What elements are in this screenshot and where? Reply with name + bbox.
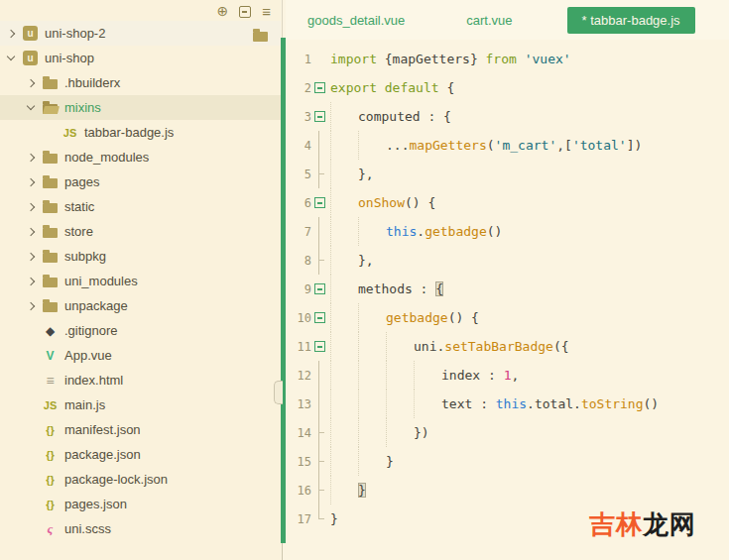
code-line: 12index : 1, [286, 361, 729, 390]
tree-item-label: uni_modules [64, 274, 138, 288]
html-icon: ≡ [42, 373, 59, 388]
tree-item-tabbar-badge-js[interactable]: JStabbar-badge.js [0, 120, 281, 145]
chevron-down-icon[interactable] [7, 53, 15, 60]
code-area[interactable]: 1import {mapGetters} from 'vuex'2export … [286, 40, 729, 533]
code-text[interactable]: computed : { [328, 102, 451, 131]
indent-guide [358, 418, 386, 447]
code-token: , [511, 368, 519, 383]
indent-guide [330, 246, 358, 275]
fold-marker-icon[interactable] [311, 73, 328, 102]
code-text[interactable]: uni.setTabBarBadge({ [328, 332, 569, 361]
tree-item-uni-modules[interactable]: uni_modules [0, 269, 281, 293]
locate-file-icon[interactable]: ⊕ [217, 5, 229, 19]
code-token: { [446, 80, 454, 95]
tree-item-pages-json[interactable]: {}pages.json [0, 492, 281, 516]
line-number: 14 [286, 426, 311, 440]
code-text[interactable]: } [328, 504, 338, 533]
fold-marker-icon[interactable] [311, 188, 328, 217]
indent-guide [358, 361, 386, 390]
chevron-right-icon[interactable] [27, 227, 35, 235]
code-text[interactable]: ...mapGetters('m_cart',['total']) [328, 131, 642, 160]
code-token: export default [330, 80, 446, 95]
chevron-right-icon[interactable] [27, 153, 35, 161]
code-text[interactable]: }) [328, 418, 429, 447]
tree-item-label: .hbuilderx [64, 75, 120, 90]
fold-marker-icon[interactable] [311, 332, 328, 361]
code-line: 1import {mapGetters} from 'vuex' [286, 45, 729, 73]
code-token: getbadge [386, 310, 448, 325]
tab-goods-detail-vue[interactable]: goods_detail.vue [307, 13, 405, 28]
tree-item-main-js[interactable]: JSmain.js [0, 392, 281, 417]
indent-guide [330, 188, 358, 217]
tree-item-app-vue[interactable]: VApp.vue [0, 343, 281, 368]
code-text[interactable]: getbadge() { [328, 303, 479, 332]
code-token: }, [358, 167, 374, 181]
chevron-right-icon[interactable] [7, 29, 15, 37]
tree-item-uni-scss[interactable]: ςuni.scss [0, 516, 281, 541]
code-line: 11uni.setTabBarBadge({ [286, 332, 729, 361]
watermark: 吉林龙网 [589, 507, 696, 542]
tree-item-unpackage[interactable]: unpackage [0, 293, 281, 318]
code-token: () [487, 224, 503, 239]
divider-collapse-handle[interactable] [274, 381, 283, 404]
code-text[interactable]: methods : { [328, 275, 443, 303]
tab-cart-vue[interactable]: cart.vue [466, 13, 512, 28]
tree-item-pages[interactable]: pages [0, 169, 281, 194]
tree-item-uni-shop[interactable]: uuni-shop [0, 46, 281, 70]
code-text[interactable]: index : 1, [328, 361, 519, 390]
code-line: 5}, [286, 160, 729, 188]
tree-item-subpkg[interactable]: subpkg [0, 244, 281, 269]
fold-guide [311, 160, 328, 188]
tree-item-manifest-json[interactable]: {}manifest.json [0, 417, 281, 442]
chevron-right-icon[interactable] [27, 202, 35, 210]
tree-item-label: node_modules [64, 150, 149, 165]
tree-item-uni-shop-2[interactable]: uuni-shop-2 [0, 21, 281, 46]
chevron-right-icon[interactable] [27, 277, 35, 284]
chevron-right-icon[interactable] [27, 177, 35, 185]
code-text[interactable]: this.getbadge() [328, 217, 502, 246]
code-line: 7this.getbadge() [286, 217, 729, 246]
collapse-all-icon[interactable] [239, 6, 251, 18]
code-token: 1 [504, 368, 512, 383]
chevron-right-icon[interactable] [27, 252, 35, 260]
fold-marker-icon[interactable] [311, 303, 328, 332]
code-line: 2export default { [286, 73, 729, 102]
line-number: 8 [286, 254, 311, 268]
tree-item-package-json[interactable]: {}package.json [0, 442, 281, 467]
chevron-right-icon[interactable] [27, 78, 35, 86]
tree-item-index-html[interactable]: ≡index.html [0, 368, 281, 392]
code-token: } [330, 511, 338, 526]
indent-guide [386, 418, 414, 447]
code-text[interactable]: text : this.total.toString() [328, 390, 659, 418]
tree-item--gitignore[interactable]: ◆.gitignore [0, 318, 281, 343]
code-token: computed : { [358, 109, 451, 124]
code-text[interactable]: } [328, 476, 366, 504]
menu-icon[interactable]: ≡ [262, 5, 271, 19]
tree-item-static[interactable]: static [0, 194, 281, 219]
tree-item-mixins[interactable]: mixins [0, 95, 281, 120]
tree-item-package-lock-json[interactable]: {}package-lock.json [0, 467, 281, 492]
tree-item-store[interactable]: store [0, 219, 281, 244]
code-token: }) [414, 425, 429, 440]
code-text[interactable]: export default { [328, 73, 454, 102]
tab-tabbar-badge-js[interactable]: * tabbar-badge.js [567, 7, 695, 34]
tree-item--hbuilderx[interactable]: .hbuilderx [0, 70, 281, 95]
code-text[interactable]: }, [328, 160, 374, 188]
chevron-right-icon[interactable] [27, 301, 35, 309]
folder-icon [42, 274, 59, 288]
fold-marker-icon[interactable] [311, 275, 328, 303]
pane-divider-top [282, 0, 283, 38]
indent-guide [386, 332, 414, 361]
chevron-down-icon[interactable] [27, 102, 35, 110]
code-token: setTabBarBadge [444, 339, 553, 354]
fold-guide [311, 476, 328, 504]
fold-marker-icon[interactable] [311, 102, 328, 131]
code-text[interactable]: onShow() { [328, 188, 435, 217]
code-text[interactable]: } [328, 447, 394, 476]
tree-item-node-modules[interactable]: node_modules [0, 145, 281, 169]
tree-item-label: uni.scss [64, 521, 111, 536]
code-token: .total. [527, 396, 581, 411]
indent-guide [330, 102, 358, 131]
code-text[interactable]: import {mapGetters} from 'vuex' [328, 45, 571, 73]
code-text[interactable]: }, [328, 246, 374, 275]
